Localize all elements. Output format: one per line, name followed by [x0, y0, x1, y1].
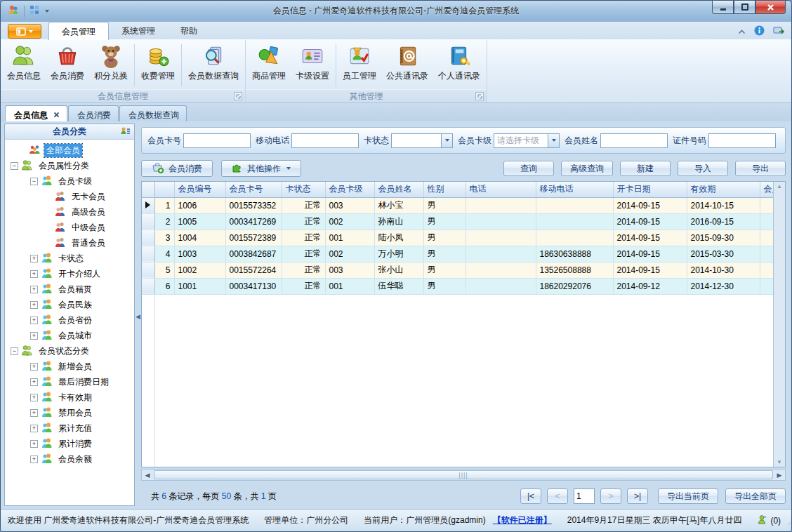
tree-item-new-members[interactable]: + 新增会员 [5, 359, 134, 374]
column-header-selector[interactable] [142, 182, 154, 197]
close-tab-icon[interactable] [53, 110, 60, 120]
tree-item-total-consume[interactable]: + 累计消费 [5, 436, 134, 451]
tree-item-total-recharge[interactable]: + 累计充值 [5, 420, 134, 436]
export-current-page-button[interactable]: 导出当前页 [658, 488, 718, 504]
export-button[interactable]: 导出 [735, 161, 786, 176]
column-header-mobile[interactable]: 移动电话 [536, 182, 613, 197]
ribbon-tab-system-mgmt[interactable]: 系统管理 [109, 22, 168, 40]
column-header-phone[interactable]: 电话 [466, 182, 536, 197]
ribbon-tab-help[interactable]: 帮助 [168, 22, 210, 40]
close-button[interactable] [755, 1, 786, 14]
ribbon-button-goods-mgmt[interactable]: 商品管理 [247, 41, 291, 89]
scroll-up-icon[interactable]: ▲ [777, 183, 782, 189]
tree-expand-icon[interactable]: + [30, 440, 38, 448]
query-button[interactable]: 查询 [503, 161, 554, 176]
tree-collapse-icon[interactable]: − [11, 162, 18, 170]
tree-expand-icon[interactable]: + [30, 394, 38, 401]
tree-item-last-consume-date[interactable]: + 最后消费日期 [5, 374, 134, 390]
column-header-member-no[interactable]: 会员编号 [174, 182, 225, 197]
other-operations-button[interactable]: 其他操作 [221, 160, 301, 177]
vertical-scrollbar[interactable]: ▲ ▼ [773, 182, 785, 467]
scroll-right-icon[interactable]: ▶ [774, 472, 785, 479]
tree-expand-icon[interactable]: + [30, 409, 38, 417]
ribbon-button-member-data-query[interactable]: 会员数据查询 [183, 41, 244, 89]
member-consume-button[interactable]: 会员消费 [141, 160, 213, 177]
table-row[interactable]: 2 1005 0003417269 正常 002 孙南山 男 2014-09-1… [142, 213, 773, 230]
group-dialog-launcher-icon[interactable] [234, 92, 242, 100]
ribbon-tab-member-mgmt[interactable]: 会员管理 [48, 22, 109, 40]
scroll-down-icon[interactable]: ▼ [777, 459, 782, 465]
maximize-button[interactable] [734, 1, 755, 14]
ribbon-button-member-consume[interactable]: 会员消费 [46, 41, 89, 89]
horizontal-scrollbar[interactable]: ◀ |||| ▶ [141, 469, 786, 481]
column-header-member-name[interactable]: 会员姓名 [374, 182, 423, 197]
tree-item-card-introducer[interactable]: + 开卡介绍人 [5, 266, 134, 281]
scroll-left-icon[interactable]: ◀ [142, 472, 153, 479]
mobile-input[interactable] [291, 133, 359, 148]
tree-expand-icon[interactable]: + [30, 425, 38, 432]
doc-tab-member-info[interactable]: 会员信息 [5, 105, 67, 121]
tree-item-city[interactable]: + 会员城市 [5, 328, 134, 343]
column-header-card-status[interactable]: 卡状态 [282, 182, 325, 197]
export-all-pages-button[interactable]: 导出全部页 [725, 488, 786, 504]
page-number-input[interactable] [574, 488, 595, 504]
tree-expand-icon[interactable]: + [30, 332, 38, 340]
tree-item-senior-member[interactable]: 高级会员 [5, 204, 134, 220]
resize-grip-icon[interactable]: ⡠⡢ [788, 517, 792, 524]
application-menu-button[interactable] [8, 24, 41, 39]
collapse-sidebar-icon[interactable]: ◀ [136, 313, 140, 320]
online-user-icon[interactable] [757, 514, 767, 527]
tree-item-ethnicity[interactable]: + 会员民族 [5, 297, 134, 312]
tree-expand-icon[interactable]: + [30, 378, 38, 386]
ribbon-button-card-level-settings[interactable]: 卡级设置 [291, 41, 334, 89]
ribbon-button-staff-mgmt[interactable]: 员工管理 [338, 41, 381, 89]
table-row[interactable]: 3 1004 0015572389 正常 001 陆小凤 男 2014-09-1… [142, 230, 773, 246]
column-header-valid-until[interactable]: 有效期 [687, 182, 760, 197]
dropdown-icon[interactable] [548, 134, 559, 147]
tree-item-disabled-members[interactable]: + 禁用会员 [5, 405, 134, 420]
tree-item-card-validity[interactable]: + 卡有效期 [5, 390, 134, 405]
tree-item-attribute-category[interactable]: − 会员属性分类 [5, 158, 134, 173]
first-page-button[interactable]: |< [520, 488, 541, 504]
new-button[interactable]: 新建 [620, 161, 671, 176]
table-row[interactable]: 4 1003 0003842687 正常 002 万小明 男 186306388… [142, 246, 773, 262]
last-page-button[interactable]: >| [627, 488, 648, 504]
next-page-button[interactable]: > [600, 488, 621, 504]
ribbon-button-fee-mgmt[interactable]: 收费管理 [136, 41, 180, 89]
ribbon-button-public-contacts[interactable]: 公共通讯录 [381, 41, 433, 89]
doc-tab-member-consume[interactable]: 会员消费 [68, 105, 119, 121]
column-header-gender[interactable]: 性别 [423, 182, 466, 197]
table-row[interactable]: 6 1001 0003417130 正常 001 伍华聪 男 186202920… [142, 278, 773, 294]
column-header-card-level[interactable]: 会员卡级 [325, 182, 374, 197]
tree-collapse-icon[interactable]: − [30, 178, 38, 185]
tree-expand-icon[interactable]: + [30, 255, 38, 262]
software-registered-link[interactable]: 【软件已注册】 [493, 514, 552, 526]
column-header-open-date[interactable]: 开卡日期 [613, 182, 687, 197]
card-no-input[interactable] [183, 133, 251, 148]
ribbon-button-personal-contacts[interactable]: 个人通讯录 [433, 41, 485, 89]
tree-expand-icon[interactable]: + [30, 270, 38, 278]
horizontal-scroll-thumb[interactable]: |||| [154, 470, 773, 479]
ribbon-button-points-exchange[interactable]: 积分兑换 [89, 41, 133, 89]
member-name-input[interactable] [600, 133, 668, 148]
table-row[interactable]: 5 1002 0015572264 正常 003 张小山 男 135265088… [142, 262, 773, 278]
collapse-ribbon-icon[interactable] [738, 27, 746, 36]
tree-collapse-icon[interactable]: − [11, 347, 18, 355]
ribbon-button-member-info[interactable]: 会员信息 [2, 41, 46, 89]
tree-expand-icon[interactable]: + [30, 286, 38, 293]
dropdown-icon[interactable] [441, 134, 452, 147]
column-header-truncated[interactable]: 会员 [760, 182, 773, 197]
tree-item-no-card-member[interactable]: 无卡会员 [5, 189, 134, 204]
prev-page-button[interactable]: < [547, 488, 568, 504]
id-no-input[interactable] [708, 133, 776, 148]
tree-item-normal-member[interactable]: 普通会员 [5, 235, 134, 251]
column-header-card-no[interactable]: 会员卡号 [225, 182, 282, 197]
tree-item-card-level[interactable]: − 会员卡级 [5, 173, 134, 189]
tree-expand-icon[interactable]: + [30, 317, 38, 324]
tree-item-status-category[interactable]: − 会员状态分类 [5, 343, 134, 359]
tree-item-member-balance[interactable]: + 会员余额 [5, 451, 134, 467]
info-icon[interactable] [754, 25, 765, 38]
tree-item-middle-member[interactable]: 中级会员 [5, 220, 134, 235]
import-button[interactable]: 导入 [678, 161, 728, 176]
tree-expand-icon[interactable]: + [30, 363, 38, 371]
